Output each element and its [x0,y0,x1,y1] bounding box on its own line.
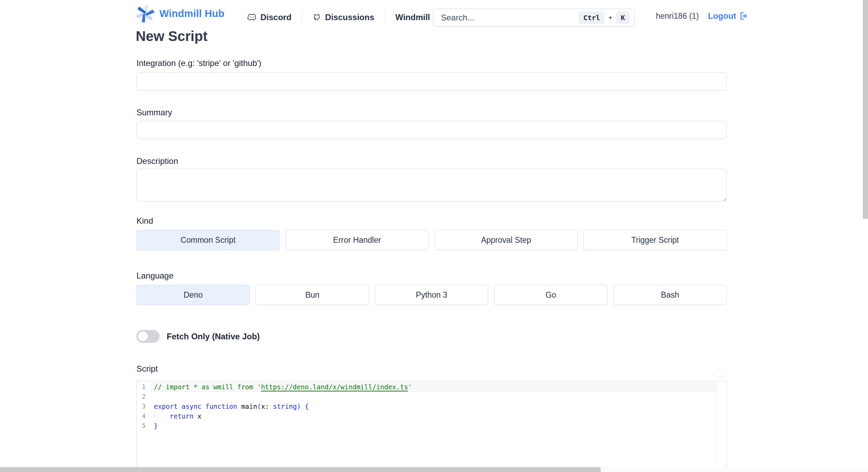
script-editor-toggle[interactable] [713,370,727,377]
line-number: 5 [137,421,151,431]
summary-label: Summary [136,108,172,117]
language-option-bun[interactable]: Bun [256,285,369,305]
nav-windmill-label: Windmill [395,13,430,22]
logout-button[interactable]: Logout [708,11,748,21]
line-number: 1 [137,382,151,392]
integration-input[interactable] [136,72,727,90]
editor-minimap-divider [716,381,716,472]
code-line-4[interactable]: 4 return x [137,411,726,421]
language-option-python-3[interactable]: Python 3 [375,285,488,305]
kbd-k: K [616,11,630,24]
code-line-5[interactable]: 5} [137,421,726,431]
script-label: Script [136,364,158,374]
code-line-content: // import * as wmill from 'https://deno.… [151,382,716,392]
line-number: 4 [137,411,151,421]
nav-discord-link[interactable]: Discord [247,13,291,22]
language-options-row: DenoBunPython 3GoBash [136,285,727,305]
integration-label: Integration (e.g: 'stripe' or 'github') [136,58,261,68]
kind-option-common-script[interactable]: Common Script [136,230,279,250]
language-option-go[interactable]: Go [494,285,607,305]
code-line-3[interactable]: 3export async function main(x: string) { [137,401,726,411]
nav-discussions-label: Discussions [325,13,374,22]
account-area: henri186 (1) Logout [656,11,748,21]
toggle-knob-icon [138,331,148,341]
fetch-only-row: Fetch Only (Native Job) [136,330,260,343]
brand[interactable]: Windmill Hub [136,5,224,22]
fetch-only-label: Fetch Only (Native Job) [167,332,260,341]
kind-option-error-handler[interactable]: Error Handler [285,230,428,250]
code-line-2[interactable]: 2 [137,392,726,401]
header-nav: Discord Discussions Windmill [247,8,430,26]
search-input[interactable] [433,9,578,26]
nav-discussions-link[interactable]: Discussions [312,13,374,22]
logout-icon [739,11,748,20]
page-title: New Script [136,28,208,44]
code-lines: 1// import * as wmill from 'https://deno… [137,382,726,431]
nav-windmill-link[interactable]: Windmill [395,13,430,22]
search-box[interactable]: Ctrl + K [433,9,634,27]
vertical-scrollbar-thumb[interactable] [863,0,868,219]
description-textarea[interactable] [136,169,727,201]
code-editor[interactable]: 1// import * as wmill from 'https://deno… [136,381,727,472]
kind-option-approval-step[interactable]: Approval Step [435,230,578,250]
kind-option-trigger-script[interactable]: Trigger Script [584,230,727,250]
nav-discord-label: Discord [260,13,291,22]
language-label: Language [136,271,174,281]
kind-label: Kind [136,216,153,226]
logout-label: Logout [708,11,736,21]
username: henri186 (1) [656,11,699,21]
code-line-content [151,392,716,401]
windmill-logo-icon [136,5,155,22]
horizontal-scrollbar-thumb[interactable] [0,467,601,472]
nav-divider [385,9,385,26]
horizontal-scrollbar[interactable] [0,467,868,472]
language-option-bash[interactable]: Bash [614,285,727,305]
code-line-content: export async function main(x: string) { [151,401,716,411]
brand-name: Windmill Hub [159,8,224,19]
kind-options-row: Common ScriptError HandlerApproval StepT… [136,230,727,250]
code-line-1[interactable]: 1// import * as wmill from 'https://deno… [137,382,726,392]
summary-input[interactable] [136,121,727,139]
line-number: 3 [137,401,151,411]
description-label: Description [136,156,178,166]
kbd-ctrl: Ctrl [578,11,605,24]
github-icon [312,13,321,22]
discord-icon [247,14,256,21]
language-option-deno[interactable]: Deno [136,285,250,305]
kbd-plus: + [608,14,612,22]
line-number: 2 [137,392,151,401]
code-line-content: } [151,421,716,431]
nav-divider [302,9,302,26]
fetch-only-toggle[interactable] [136,330,160,343]
code-line-content: return x [151,411,716,421]
